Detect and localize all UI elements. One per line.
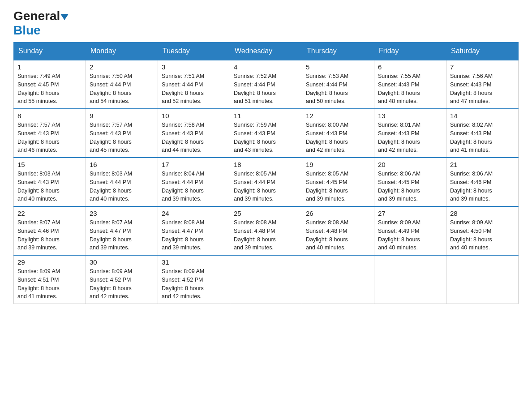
day-info: Sunrise: 8:02 AMSunset: 4:43 PMDaylight:… — [450, 121, 515, 154]
day-info: Sunrise: 8:09 AMSunset: 4:49 PMDaylight:… — [378, 218, 442, 252]
day-cell-19: 19Sunrise: 8:05 AMSunset: 4:45 PMDayligh… — [302, 158, 374, 206]
weekday-header-monday: Monday — [86, 43, 158, 60]
day-info: Sunrise: 8:08 AMSunset: 4:48 PMDaylight:… — [306, 218, 370, 252]
day-cell-2: 2Sunrise: 7:50 AMSunset: 4:44 PMDaylight… — [86, 60, 158, 109]
empty-cell — [230, 255, 302, 304]
day-info: Sunrise: 8:08 AMSunset: 4:48 PMDaylight:… — [234, 218, 298, 252]
page-header: General Blue — [13, 9, 519, 38]
logo-triangle-icon — [60, 14, 69, 20]
day-number: 30 — [90, 258, 154, 266]
day-info: Sunrise: 7:49 AMSunset: 4:45 PMDaylight:… — [17, 72, 82, 106]
day-info: Sunrise: 7:59 AMSunset: 4:43 PMDaylight:… — [234, 121, 298, 154]
logo-general-text: General — [13, 9, 60, 23]
day-info: Sunrise: 7:56 AMSunset: 4:43 PMDaylight:… — [450, 72, 515, 106]
day-cell-21: 21Sunrise: 8:06 AMSunset: 4:46 PMDayligh… — [446, 158, 519, 206]
day-cell-18: 18Sunrise: 8:05 AMSunset: 4:44 PMDayligh… — [230, 158, 302, 206]
day-number: 25 — [234, 210, 298, 217]
calendar-table: SundayMondayTuesdayWednesdayThursdayFrid… — [13, 42, 519, 304]
day-cell-27: 27Sunrise: 8:09 AMSunset: 4:49 PMDayligh… — [374, 206, 446, 255]
day-cell-12: 12Sunrise: 8:00 AMSunset: 4:43 PMDayligh… — [302, 109, 374, 158]
day-number: 28 — [450, 210, 515, 217]
day-cell-10: 10Sunrise: 7:58 AMSunset: 4:43 PMDayligh… — [158, 109, 230, 158]
day-number: 20 — [378, 161, 442, 168]
day-number: 27 — [378, 210, 442, 217]
week-row-1: 1Sunrise: 7:49 AMSunset: 4:45 PMDaylight… — [14, 60, 519, 109]
day-number: 10 — [162, 112, 226, 120]
day-cell-30: 30Sunrise: 8:09 AMSunset: 4:52 PMDayligh… — [86, 255, 158, 304]
week-row-3: 15Sunrise: 8:03 AMSunset: 4:43 PMDayligh… — [14, 158, 519, 206]
day-info: Sunrise: 8:03 AMSunset: 4:44 PMDaylight:… — [90, 170, 154, 203]
day-number: 23 — [90, 210, 154, 217]
day-number: 31 — [162, 258, 226, 266]
day-info: Sunrise: 7:53 AMSunset: 4:44 PMDaylight:… — [306, 72, 370, 106]
day-cell-1: 1Sunrise: 7:49 AMSunset: 4:45 PMDaylight… — [14, 60, 86, 109]
day-number: 21 — [450, 161, 515, 168]
day-cell-23: 23Sunrise: 8:07 AMSunset: 4:47 PMDayligh… — [86, 206, 158, 255]
weekday-header-wednesday: Wednesday — [230, 43, 302, 60]
day-info: Sunrise: 8:06 AMSunset: 4:46 PMDaylight:… — [450, 170, 515, 203]
day-info: Sunrise: 8:06 AMSunset: 4:45 PMDaylight:… — [378, 170, 442, 203]
day-number: 17 — [162, 161, 226, 168]
week-row-2: 8Sunrise: 7:57 AMSunset: 4:43 PMDaylight… — [14, 109, 519, 158]
day-info: Sunrise: 8:09 AMSunset: 4:52 PMDaylight:… — [90, 267, 154, 301]
logo-blue-text: Blue — [13, 23, 41, 38]
day-cell-3: 3Sunrise: 7:51 AMSunset: 4:44 PMDaylight… — [158, 60, 230, 109]
logo: General Blue — [13, 9, 69, 38]
day-cell-5: 5Sunrise: 7:53 AMSunset: 4:44 PMDaylight… — [302, 60, 374, 109]
day-info: Sunrise: 7:58 AMSunset: 4:43 PMDaylight:… — [162, 121, 226, 154]
day-cell-9: 9Sunrise: 7:57 AMSunset: 4:43 PMDaylight… — [86, 109, 158, 158]
week-row-5: 29Sunrise: 8:09 AMSunset: 4:51 PMDayligh… — [14, 255, 519, 304]
day-cell-16: 16Sunrise: 8:03 AMSunset: 4:44 PMDayligh… — [86, 158, 158, 206]
empty-cell — [374, 255, 446, 304]
day-number: 12 — [306, 112, 370, 120]
day-cell-20: 20Sunrise: 8:06 AMSunset: 4:45 PMDayligh… — [374, 158, 446, 206]
day-number: 18 — [234, 161, 298, 168]
day-cell-17: 17Sunrise: 8:04 AMSunset: 4:44 PMDayligh… — [158, 158, 230, 206]
day-info: Sunrise: 8:08 AMSunset: 4:47 PMDaylight:… — [162, 218, 226, 252]
day-cell-22: 22Sunrise: 8:07 AMSunset: 4:46 PMDayligh… — [14, 206, 86, 255]
day-info: Sunrise: 8:07 AMSunset: 4:46 PMDaylight:… — [17, 218, 82, 252]
day-info: Sunrise: 8:00 AMSunset: 4:43 PMDaylight:… — [306, 121, 370, 154]
day-number: 5 — [306, 63, 370, 71]
day-info: Sunrise: 7:52 AMSunset: 4:44 PMDaylight:… — [234, 72, 298, 106]
day-number: 2 — [90, 63, 154, 71]
day-number: 6 — [378, 63, 442, 71]
day-info: Sunrise: 7:50 AMSunset: 4:44 PMDaylight:… — [90, 72, 154, 106]
day-number: 15 — [17, 161, 82, 168]
day-cell-26: 26Sunrise: 8:08 AMSunset: 4:48 PMDayligh… — [302, 206, 374, 255]
empty-cell — [446, 255, 519, 304]
day-info: Sunrise: 7:57 AMSunset: 4:43 PMDaylight:… — [17, 121, 82, 154]
day-number: 7 — [450, 63, 515, 71]
day-cell-24: 24Sunrise: 8:08 AMSunset: 4:47 PMDayligh… — [158, 206, 230, 255]
day-number: 19 — [306, 161, 370, 168]
day-number: 13 — [378, 112, 442, 120]
weekday-header-sunday: Sunday — [14, 43, 86, 60]
day-cell-4: 4Sunrise: 7:52 AMSunset: 4:44 PMDaylight… — [230, 60, 302, 109]
day-number: 29 — [17, 258, 82, 266]
day-number: 11 — [234, 112, 298, 120]
day-info: Sunrise: 7:55 AMSunset: 4:43 PMDaylight:… — [378, 72, 442, 106]
day-info: Sunrise: 8:03 AMSunset: 4:43 PMDaylight:… — [17, 170, 82, 203]
day-cell-13: 13Sunrise: 8:01 AMSunset: 4:43 PMDayligh… — [374, 109, 446, 158]
day-cell-25: 25Sunrise: 8:08 AMSunset: 4:48 PMDayligh… — [230, 206, 302, 255]
day-info: Sunrise: 7:51 AMSunset: 4:44 PMDaylight:… — [162, 72, 226, 106]
day-cell-29: 29Sunrise: 8:09 AMSunset: 4:51 PMDayligh… — [14, 255, 86, 304]
day-info: Sunrise: 8:05 AMSunset: 4:45 PMDaylight:… — [306, 170, 370, 203]
day-cell-8: 8Sunrise: 7:57 AMSunset: 4:43 PMDaylight… — [14, 109, 86, 158]
day-cell-28: 28Sunrise: 8:09 AMSunset: 4:50 PMDayligh… — [446, 206, 519, 255]
day-cell-6: 6Sunrise: 7:55 AMSunset: 4:43 PMDaylight… — [374, 60, 446, 109]
day-cell-11: 11Sunrise: 7:59 AMSunset: 4:43 PMDayligh… — [230, 109, 302, 158]
day-info: Sunrise: 8:07 AMSunset: 4:47 PMDaylight:… — [90, 218, 154, 252]
weekday-header-thursday: Thursday — [302, 43, 374, 60]
weekday-header-tuesday: Tuesday — [158, 43, 230, 60]
day-number: 8 — [17, 112, 82, 120]
day-info: Sunrise: 8:05 AMSunset: 4:44 PMDaylight:… — [234, 170, 298, 203]
day-number: 1 — [17, 63, 82, 71]
day-number: 4 — [234, 63, 298, 71]
day-info: Sunrise: 8:09 AMSunset: 4:50 PMDaylight:… — [450, 218, 515, 252]
day-info: Sunrise: 7:57 AMSunset: 4:43 PMDaylight:… — [90, 121, 154, 154]
day-info: Sunrise: 8:09 AMSunset: 4:52 PMDaylight:… — [162, 267, 226, 301]
day-info: Sunrise: 8:01 AMSunset: 4:43 PMDaylight:… — [378, 121, 442, 154]
day-info: Sunrise: 8:04 AMSunset: 4:44 PMDaylight:… — [162, 170, 226, 203]
weekday-header-row: SundayMondayTuesdayWednesdayThursdayFrid… — [14, 43, 519, 60]
